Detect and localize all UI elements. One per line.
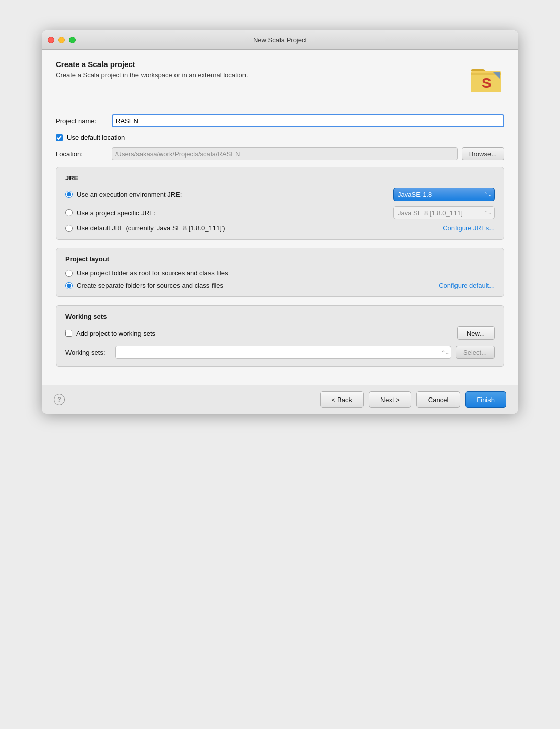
jre-project-select: Java SE 8 [1.8.0_111] (393, 206, 495, 219)
jre-default-radio[interactable] (65, 225, 73, 232)
title-bar: New Scala Project (42, 30, 518, 50)
add-to-working-sets-checkbox[interactable] (65, 330, 72, 337)
add-to-working-sets-label: Add project to working sets (76, 329, 155, 337)
header-section: Create a Scala project Create a Scala pr… (56, 60, 504, 104)
header-text: Create a Scala project Create a Scala pr… (56, 60, 248, 79)
location-label: Location: (56, 150, 112, 158)
configure-jres-link[interactable]: Configure JREs... (443, 224, 495, 232)
dialog-window: New Scala Project Create a Scala project… (42, 30, 518, 414)
layout-separate-row: Create separate folders for sources and … (65, 282, 495, 289)
jre-default-label: Use default JRE (currently 'Java SE 8 [1… (77, 224, 439, 232)
window-title: New Scala Project (253, 36, 307, 44)
jre-title: JRE (65, 174, 495, 182)
use-default-location-row: Use default location (56, 134, 504, 141)
jre-project-row: Use a project specific JRE: Java SE 8 [1… (65, 206, 495, 219)
working-sets-input-wrapper: ⌃⌄ (115, 346, 451, 359)
layout-separate-label: Create separate folders for sources and … (77, 282, 435, 289)
minimize-button[interactable] (58, 37, 65, 43)
working-sets-add-row: Add project to working sets New... (65, 326, 495, 340)
working-sets-title: Working sets (65, 313, 495, 320)
layout-root-radio[interactable] (65, 270, 73, 277)
working-sets-section: Working sets Add project to working sets… (56, 305, 504, 367)
maximize-button[interactable] (69, 37, 76, 43)
scala-icon: S (469, 60, 504, 95)
jre-exec-env-select-wrapper: JavaSE-1.8 (393, 188, 495, 201)
help-button[interactable]: ? (54, 394, 65, 405)
project-name-input[interactable] (112, 114, 504, 127)
dialog-content: Create a Scala project Create a Scala pr… (42, 50, 518, 385)
back-button[interactable]: < Back (320, 391, 364, 408)
configure-default-link[interactable]: Configure default... (439, 282, 495, 289)
cancel-button[interactable]: Cancel (416, 391, 460, 408)
finish-button[interactable]: Finish (465, 391, 506, 408)
jre-project-label: Use a project specific JRE: (77, 209, 389, 217)
window-controls (48, 37, 76, 43)
bottom-bar: ? < Back Next > Cancel Finish (42, 385, 518, 414)
jre-exec-env-radio[interactable] (65, 191, 73, 198)
close-button[interactable] (48, 37, 54, 43)
use-default-location-checkbox[interactable] (56, 134, 63, 141)
dialog-title: Create a Scala project (56, 60, 248, 69)
jre-project-radio[interactable] (65, 209, 73, 216)
project-name-row: Project name: (56, 114, 504, 127)
use-default-location-label: Use default location (67, 134, 125, 141)
jre-project-select-wrapper: Java SE 8 [1.8.0_111] (393, 206, 495, 219)
next-button[interactable]: Next > (369, 391, 411, 408)
jre-default-row: Use default JRE (currently 'Java SE 8 [1… (65, 224, 495, 232)
layout-root-label: Use project folder as root for sources a… (77, 269, 495, 277)
browse-button[interactable]: Browse... (462, 147, 504, 160)
dialog-description: Create a Scala project in the workspace … (56, 71, 248, 79)
jre-section: JRE Use an execution environment JRE: Ja… (56, 167, 504, 240)
new-working-set-button[interactable]: New... (457, 326, 495, 340)
layout-root-row: Use project folder as root for sources a… (65, 269, 495, 277)
select-working-set-button[interactable]: Select... (456, 346, 495, 359)
project-layout-title: Project layout (65, 255, 495, 263)
location-row: Location: Browse... (56, 147, 504, 160)
project-layout-section: Project layout Use project folder as roo… (56, 248, 504, 297)
working-sets-input[interactable] (115, 346, 451, 359)
svg-text:S: S (482, 75, 492, 91)
jre-exec-env-label: Use an execution environment JRE: (77, 191, 389, 198)
jre-exec-env-select[interactable]: JavaSE-1.8 (393, 188, 495, 201)
working-sets-input-row: Working sets: ⌃⌄ Select... (65, 346, 495, 359)
project-name-label: Project name: (56, 117, 112, 125)
location-input[interactable] (112, 147, 458, 160)
working-sets-label: Working sets: (65, 349, 111, 356)
jre-exec-env-row: Use an execution environment JRE: JavaSE… (65, 188, 495, 201)
layout-separate-radio[interactable] (65, 282, 73, 289)
